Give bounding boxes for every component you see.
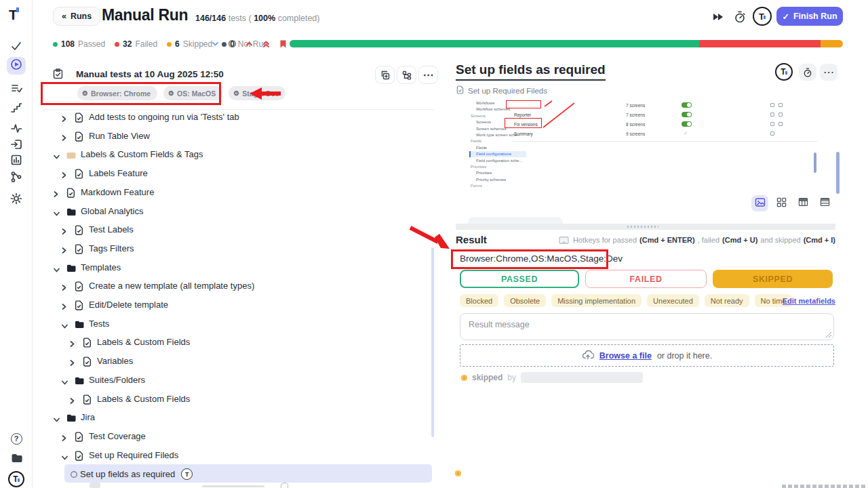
steps-icon xyxy=(10,102,22,117)
sidebar-item-profile[interactable]: T xyxy=(7,470,26,488)
result-message-input[interactable]: Result message xyxy=(460,313,834,340)
finish-run-button[interactable]: ✓ Finish Run xyxy=(776,7,843,26)
tree-item-label: Tests xyxy=(89,319,109,329)
chevron-right-icon[interactable] xyxy=(69,357,75,369)
skipped-status-icon xyxy=(461,375,467,381)
tree-item[interactable]: Run Table View xyxy=(33,127,439,146)
tree-item[interactable]: Labels Feature xyxy=(33,164,439,183)
metafield-tag[interactable]: Blocked xyxy=(460,294,498,307)
sidebar-item-reports[interactable] xyxy=(7,152,26,170)
metafield-tag[interactable]: Unexecuted xyxy=(647,294,699,307)
chevron-right-icon[interactable] xyxy=(61,245,67,257)
app-logo-icon[interactable]: T xyxy=(9,7,19,23)
chevron-right-icon[interactable] xyxy=(61,301,67,313)
settings-icon xyxy=(10,192,22,207)
test-timer-button[interactable] xyxy=(799,64,816,81)
chevron-right-icon[interactable] xyxy=(53,188,59,201)
sidebar-item-branches[interactable] xyxy=(7,169,26,187)
tree-item[interactable]: Labels & Custom Fields xyxy=(33,333,439,352)
browse-file-link[interactable]: Browse a file xyxy=(599,351,652,361)
tree-scrollbar[interactable] xyxy=(431,247,434,437)
jira-row-label: Summary xyxy=(514,131,533,136)
chevron-right-icon[interactable] xyxy=(61,169,67,182)
tree-item[interactable]: Templates xyxy=(33,258,439,277)
attachment-screenshot-preview[interactable]: WorkflowsWorkflow schemesScreensScreensS… xyxy=(461,99,822,195)
assignee-avatar: T xyxy=(181,468,193,480)
chevron-down-icon[interactable] xyxy=(53,264,60,276)
jira-nav-item: Field configuration sche... xyxy=(476,159,522,163)
tree-item[interactable]: Set up Required Fileds xyxy=(33,446,439,465)
tree-item[interactable]: Variables xyxy=(33,352,439,371)
test-circle-icon xyxy=(70,469,78,481)
right-panel-scrollbar[interactable] xyxy=(836,152,840,194)
user-avatar[interactable]: T xyxy=(753,7,772,26)
chevron-right-icon[interactable] xyxy=(61,132,67,144)
chevron-down-icon[interactable] xyxy=(61,451,68,464)
sidebar-item-steps[interactable] xyxy=(7,100,26,118)
sidebar-item-help[interactable]: ? xyxy=(7,430,26,447)
sidebar-item-pulse[interactable] xyxy=(7,121,26,138)
chevron-right-icon[interactable] xyxy=(69,395,75,407)
tree-test-row-selected[interactable]: Set up fields as requiredT xyxy=(64,464,432,483)
test-title-link[interactable]: Set up fields as required xyxy=(456,62,606,81)
tree-item[interactable]: Markdown Feature xyxy=(33,183,439,202)
tree-item[interactable]: Tests xyxy=(33,314,439,333)
progress-segment xyxy=(821,40,843,47)
metafield-tag[interactable]: Obsolete xyxy=(504,294,546,307)
chevron-right-icon[interactable] xyxy=(61,113,67,125)
sidebar-item-runs[interactable] xyxy=(7,57,26,75)
sidebar-item-plans[interactable] xyxy=(7,81,26,98)
tree-item[interactable]: Suites/Folders xyxy=(33,371,439,390)
sidebar-item-projects[interactable] xyxy=(7,450,26,468)
chevron-down-icon[interactable] xyxy=(61,320,68,332)
mark-passed-button[interactable]: PASSED xyxy=(460,270,579,288)
tree-item[interactable]: Labels & Custom Fields xyxy=(33,390,439,409)
file-dropzone[interactable]: Browse a file or drop it here. xyxy=(460,344,834,367)
timer-icon[interactable] xyxy=(734,11,746,23)
mark-failed-button[interactable]: FAILED xyxy=(585,270,707,288)
grid-view-icon xyxy=(776,197,787,210)
chevron-right-icon[interactable] xyxy=(61,432,67,445)
fast-forward-icon[interactable] xyxy=(712,11,724,23)
chevron-right-icon[interactable] xyxy=(61,282,67,294)
chevron-right-icon[interactable] xyxy=(61,226,67,238)
run-more-button[interactable]: ⋯ xyxy=(418,66,438,84)
tree-item-label: Edit/Delete template xyxy=(89,300,168,310)
import-icon xyxy=(10,138,22,153)
metafield-tag[interactable]: Not ready xyxy=(705,294,749,307)
tree-item[interactable]: Tags Filters xyxy=(33,239,439,258)
tree-item[interactable]: Test Coverage xyxy=(33,427,439,446)
resize-handle-icon[interactable] xyxy=(826,332,831,338)
tree-item[interactable]: Labels & Custom Fields & Tags xyxy=(33,145,439,164)
view-mode-image-button[interactable] xyxy=(751,195,768,211)
tree-item-label: Labels Feature xyxy=(89,168,148,178)
test-more-button[interactable]: ⋯ xyxy=(820,64,837,81)
view-mode-grid-button[interactable] xyxy=(773,195,790,211)
metafield-tag[interactable]: Missing implementation xyxy=(551,294,642,307)
assignee-avatar[interactable]: T xyxy=(775,63,793,81)
chevron-down-icon[interactable] xyxy=(53,150,60,163)
tree-item[interactable]: Add tests to ongoing run via 'Tests' tab xyxy=(33,108,439,127)
chevron-right-icon[interactable] xyxy=(69,338,75,350)
chevron-down-icon[interactable] xyxy=(61,376,68,388)
tree-item[interactable]: Create a new template (all template type… xyxy=(33,277,439,296)
tree-item[interactable]: Global Analytics xyxy=(33,202,439,221)
edit-metafields-link[interactable]: Edit metafields xyxy=(783,297,835,305)
tree-item-label: Variables xyxy=(97,356,133,366)
screenshot-scrollbar[interactable] xyxy=(814,152,816,173)
chevron-down-icon[interactable] xyxy=(53,413,60,426)
tree-item[interactable]: Edit/Delete template xyxy=(33,296,439,314)
tree-item-label: Create a new template (all template type… xyxy=(89,281,254,291)
mark-skipped-button[interactable]: SKIPPED xyxy=(713,270,833,288)
sidebar-item-settings[interactable] xyxy=(7,191,26,209)
tree-item[interactable]: Jira xyxy=(33,408,439,427)
view-mode-table-button[interactable] xyxy=(795,195,812,211)
tree-view-button[interactable] xyxy=(397,66,416,84)
breadcrumb[interactable]: Set up Required Fileds xyxy=(456,85,547,96)
run-config-badge[interactable]: ⚙Stage: Dev xyxy=(229,86,285,100)
copy-run-button[interactable] xyxy=(375,66,395,84)
chevron-down-icon[interactable] xyxy=(53,207,60,220)
tree-item[interactable]: Test Labels xyxy=(33,220,439,239)
view-mode-list-button[interactable] xyxy=(816,195,833,211)
sidebar-item-tests[interactable] xyxy=(7,39,26,56)
